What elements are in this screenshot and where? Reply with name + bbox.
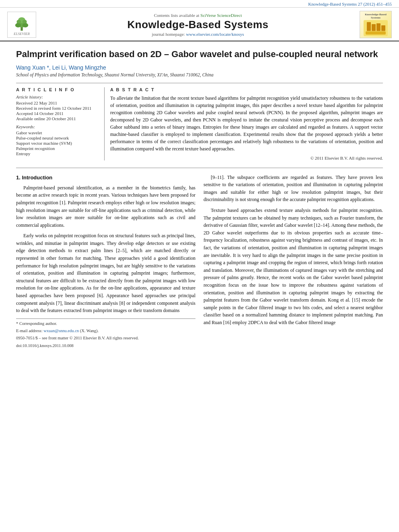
homepage-label: journal homepage: xyxy=(152,32,186,37)
abstract-text: To alleviate the limitation that the rec… xyxy=(110,94,383,152)
sciverse-link[interactable]: SciVerse ScienceDirect xyxy=(200,13,242,18)
footnote-corresponding: * Corresponding author. xyxy=(16,320,195,327)
right-logo-text: Knowledge-BasedSystems xyxy=(365,13,387,19)
footnote-email-link[interactable]: wxuan@snnu.edu.cn xyxy=(43,329,79,333)
article-info-column: A R T I C L E I N F O Article history: R… xyxy=(16,87,105,160)
abstract-column: A B S T R A C T To alleviate the limitat… xyxy=(110,87,383,160)
journal-citation: Knowledge-Based Systems 27 (2012) 451–45… xyxy=(308,2,392,6)
footnote-doi: doi:10.1016/j.knosys.2011.10.008 xyxy=(16,343,195,349)
footnote-email-name: (X. Wang). xyxy=(80,329,99,333)
body-divider xyxy=(16,168,383,168)
body-col-left: 1. Introduction Palmprint-based personal… xyxy=(16,174,195,350)
keyword-3: Support vector machine (SVM) xyxy=(16,141,99,146)
article-info-label: A R T I C L E I N F O xyxy=(16,87,99,92)
elsevier-label: ELSEVIER xyxy=(14,32,30,36)
abstract-label: A B S T R A C T xyxy=(110,87,383,92)
copyright-line: © 2011 Elsevier B.V. All rights reserved… xyxy=(110,156,383,160)
svg-point-5 xyxy=(16,20,21,23)
footnote-section: * Corresponding author. E-mail address: … xyxy=(16,318,195,349)
footnote-email: E-mail address: wxuan@snnu.edu.cn (X. Wa… xyxy=(16,328,195,334)
journal-homepage: journal homepage: www.elsevier.com/locat… xyxy=(40,32,356,37)
svg-point-3 xyxy=(23,23,28,27)
paper-title: Palmprint verification based on 2D – Gab… xyxy=(16,49,383,60)
footnote-email-label: E-mail address: xyxy=(16,329,43,333)
keyword-1: Gabor wavelet xyxy=(16,130,99,135)
intro-para-2: Early works on palmprint recognition foc… xyxy=(16,232,195,314)
introduction-heading: 1. Introduction xyxy=(16,174,195,182)
keywords-label: Keywords: xyxy=(16,124,99,129)
author-names: Wang Xuan *, Lei Li, Wang Mingzhe xyxy=(16,64,106,71)
svg-rect-9 xyxy=(367,22,371,31)
received-date: Received 22 May 2011 xyxy=(16,101,99,105)
svg-rect-8 xyxy=(366,31,386,35)
svg-rect-12 xyxy=(381,25,385,31)
svg-point-6 xyxy=(23,20,27,23)
keyword-4: Palmprint recognition xyxy=(16,146,99,151)
received-revised-date: Received in revised form 12 October 2011 xyxy=(16,106,99,111)
right-journal-logo: Knowledge-BasedSystems xyxy=(360,11,392,38)
main-content: Palmprint verification based on 2D – Gab… xyxy=(0,41,399,358)
journal-header: ELSEVIER Contents lists available at Sci… xyxy=(0,8,399,41)
body-col-right: [9–11]. The subspace coefficients are re… xyxy=(204,174,383,350)
keyword-2: Pulse-coupled neural network xyxy=(16,136,99,140)
elsevier-tree-icon xyxy=(10,14,34,32)
svg-point-2 xyxy=(15,23,21,27)
footnote-issn: 0950-7051/$ – see front matter © 2011 El… xyxy=(16,335,195,341)
right-logo-graphic xyxy=(364,20,388,36)
history-label: Article history: xyxy=(16,94,99,99)
journal-header-center: Contents lists available at SciVerse Sci… xyxy=(36,13,360,37)
intro-para-4: Texture based approaches extend texture … xyxy=(204,207,383,327)
svg-rect-10 xyxy=(372,24,376,31)
journal-title: Knowledge-Based Systems xyxy=(40,18,356,31)
contents-text: Contents lists available at xyxy=(154,13,200,18)
article-info-abstract-section: A R T I C L E I N F O Article history: R… xyxy=(16,83,383,160)
keyword-5: Entropy xyxy=(16,151,99,156)
intro-para-3: [9–11]. The subspace coefficients are re… xyxy=(204,174,383,203)
accepted-date: Accepted 14 October 2011 xyxy=(16,111,99,116)
available-date: Available online 20 October 2011 xyxy=(16,116,99,121)
authors: Wang Xuan *, Lei Li, Wang Mingzhe xyxy=(16,64,383,71)
body-two-col: 1. Introduction Palmprint-based personal… xyxy=(16,174,383,350)
journal-citation-bar: Knowledge-Based Systems 27 (2012) 451–45… xyxy=(0,0,399,8)
homepage-link[interactable]: www.elsevier.com/locate/knosys xyxy=(186,32,244,37)
contents-line: Contents lists available at SciVerse Sci… xyxy=(40,13,356,18)
svg-rect-11 xyxy=(376,23,380,31)
intro-para-1: Palmprint-based personal identification,… xyxy=(16,184,195,229)
affiliation: School of Physics and Information Techno… xyxy=(16,72,383,77)
elsevier-logo: ELSEVIER xyxy=(7,12,36,38)
